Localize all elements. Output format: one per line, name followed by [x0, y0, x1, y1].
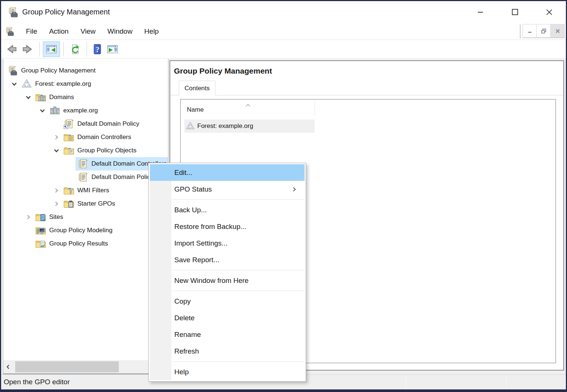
- tree-item-label: Group Policy Modeling: [49, 227, 113, 234]
- tree-item-default-domain-policy[interactable]: Default Domain Policy: [3, 170, 168, 184]
- context-menu-item-label: GPO Status: [174, 185, 212, 193]
- context-menu-item-delete[interactable]: Delete: [150, 310, 305, 326]
- chevron-expanded-icon[interactable]: [7, 81, 21, 87]
- help-icon: [91, 43, 103, 55]
- context-menu-item-copy[interactable]: Copy: [150, 293, 305, 310]
- menu-action[interactable]: Action: [43, 24, 75, 38]
- gpo-scroll-icon: [77, 172, 88, 183]
- action-pane-icon: [106, 43, 119, 55]
- help-button[interactable]: [90, 41, 104, 57]
- context-menu-item-save-report[interactable]: Save Report...: [150, 251, 305, 268]
- refresh-button[interactable]: [67, 41, 83, 57]
- tree-item-group-policy-modeling[interactable]: Group Policy Modeling: [3, 224, 168, 237]
- tree-item-default-domain-controllers-policy[interactable]: Default Domain Controllers Policy: [3, 157, 168, 170]
- context-menu-item-back-up[interactable]: Back Up...: [150, 202, 305, 218]
- mdi-window-controls: [523, 24, 565, 38]
- scrollbar-thumb[interactable]: [15, 361, 119, 372]
- context-menu-separator: [172, 361, 304, 362]
- refresh-icon: [69, 43, 81, 55]
- tree-item-domain-example-org[interactable]: example.org: [3, 104, 168, 117]
- context-menu-separator: [172, 199, 304, 200]
- column-divider[interactable]: [315, 99, 315, 116]
- menu-window[interactable]: Window: [101, 24, 138, 38]
- gpo-link-icon: [63, 118, 74, 129]
- sort-ascending-icon[interactable]: [245, 102, 251, 108]
- tree-item-group-policy-results[interactable]: Group Policy Results: [3, 237, 168, 250]
- gpmc-app-icon: [7, 6, 19, 19]
- submenu-arrow-icon: [291, 186, 297, 194]
- context-menu-item-refresh[interactable]: Refresh: [150, 343, 305, 359]
- horizontal-scrollbar[interactable]: [3, 360, 168, 374]
- back-button[interactable]: [3, 41, 20, 57]
- show-console-tree-button[interactable]: [43, 41, 60, 57]
- context-menu-separator: [172, 270, 304, 270]
- chevron-collapsed-icon[interactable]: [49, 187, 63, 193]
- maximize-button[interactable]: [506, 1, 523, 23]
- forward-arrow-icon: [21, 43, 35, 56]
- tree-item-domains[interactable]: Domains: [3, 91, 168, 104]
- context-menu-item-import-settings[interactable]: Import Settings...: [150, 235, 305, 251]
- chevron-collapsed-icon[interactable]: [49, 201, 63, 207]
- forward-button[interactable]: [20, 41, 36, 57]
- ou-folder-icon: [63, 132, 74, 143]
- mdi-restore-button[interactable]: [537, 24, 551, 38]
- forest-icon: [21, 78, 32, 89]
- tree-item-sites[interactable]: Sites: [3, 210, 168, 224]
- list-row-forest[interactable]: Forest: example.org: [184, 119, 315, 133]
- toolbar: [1, 40, 566, 58]
- tree-item-label: Forest: example.org: [35, 80, 91, 88]
- tab-strip-line: [170, 95, 563, 95]
- menu-help[interactable]: Help: [138, 24, 165, 38]
- context-menu-item-restore-from-backup[interactable]: Restore from Backup...: [150, 218, 305, 235]
- tree-item-domain-controllers[interactable]: Domain Controllers: [3, 131, 168, 144]
- tree-item-label: Default Domain Policy: [91, 173, 153, 181]
- tree-item-label: Default Domain Policy: [77, 120, 139, 128]
- mdi-minimize-button[interactable]: [523, 24, 537, 38]
- toolbar-separator: [63, 42, 64, 57]
- tree-item-label: Domains: [49, 94, 74, 101]
- close-button[interactable]: [541, 1, 558, 23]
- gpo-scroll-icon: [77, 158, 88, 169]
- scroll-left-arrow-icon[interactable]: [3, 364, 13, 370]
- status-bar-divider: [406, 376, 406, 388]
- column-header-name[interactable]: Name: [187, 106, 204, 114]
- tree-item-wmi-filters[interactable]: WMI Filters: [3, 184, 168, 197]
- tree-item-forest[interactable]: Forest: example.org: [3, 77, 168, 91]
- chevron-expanded-icon[interactable]: [35, 108, 49, 114]
- context-menu-item-rename[interactable]: Rename: [150, 326, 305, 343]
- tree-item-group-policy-objects[interactable]: Group Policy Objects: [3, 144, 168, 157]
- context-menu-item-new-window-from-here[interactable]: New Window from Here: [150, 272, 305, 289]
- gpmc-console-icon: [4, 26, 15, 37]
- tree-item-default-domain-policy-link[interactable]: Default Domain Policy: [3, 117, 168, 131]
- gpo-folder-icon: [63, 145, 74, 156]
- menu-bar: File Action View Window Help: [1, 23, 566, 40]
- context-menu-item-gpo-status[interactable]: GPO Status: [150, 181, 305, 197]
- show-action-pane-button[interactable]: [104, 41, 121, 57]
- tab-contents[interactable]: Contents: [179, 81, 215, 95]
- maximize-icon: [512, 9, 518, 15]
- context-menu-item-edit[interactable]: Edit...: [150, 164, 305, 181]
- chevron-collapsed-icon[interactable]: [49, 134, 63, 140]
- domain-servers-icon: [49, 105, 60, 116]
- tree-item-label: Group Policy Results: [49, 240, 108, 247]
- context-menu-item-help[interactable]: Help: [150, 364, 305, 380]
- tree-item-label: Group Policy Objects: [77, 147, 137, 154]
- toolbar-separator: [87, 42, 87, 57]
- mdi-close-button[interactable]: [551, 24, 565, 38]
- tree-item-gpmc-root[interactable]: Group Policy Management: [3, 64, 168, 77]
- tree-item-starter-gpos[interactable]: Starter GPOs: [3, 197, 168, 210]
- menu-view[interactable]: View: [74, 24, 101, 38]
- chevron-expanded-icon[interactable]: [49, 148, 63, 154]
- results-icon: [35, 238, 46, 249]
- minimize-button[interactable]: [472, 1, 489, 23]
- status-bar-divider: [506, 376, 507, 388]
- tree-item-label: Domain Controllers: [77, 134, 131, 141]
- forest-icon: [185, 121, 195, 131]
- domains-folder-icon: [35, 92, 46, 103]
- menu-file[interactable]: File: [20, 24, 43, 38]
- list-row-label: Forest: example.org: [197, 122, 253, 130]
- chevron-expanded-icon[interactable]: [21, 94, 35, 101]
- tree-item-label: Group Policy Management: [21, 67, 95, 74]
- chevron-collapsed-icon[interactable]: [21, 214, 35, 220]
- tree-item-label: WMI Filters: [77, 187, 109, 194]
